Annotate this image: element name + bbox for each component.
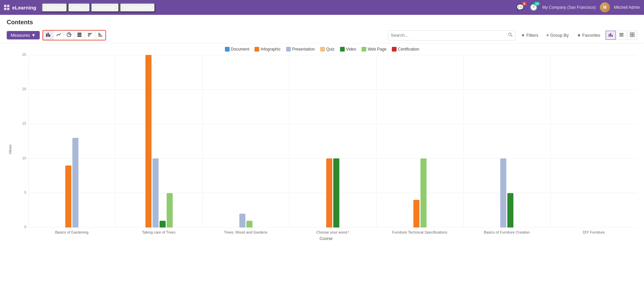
- line-chart-button[interactable]: [54, 31, 64, 40]
- legend-color: [286, 47, 291, 52]
- pie-chart-icon: [67, 32, 71, 37]
- svg-rect-11: [88, 33, 92, 34]
- favorites-button[interactable]: ★ Favorites: [574, 31, 603, 39]
- svg-rect-25: [630, 35, 632, 37]
- search-input[interactable]: [388, 31, 505, 39]
- list-view-button[interactable]: [616, 31, 626, 40]
- course-bar-group: [289, 55, 376, 228]
- bar-presentation[interactable]: [239, 214, 245, 228]
- svg-rect-12: [98, 33, 100, 34]
- x-axis-label: Taking care of Trees: [115, 229, 202, 236]
- topnav-menu-item-courses[interactable]: Courses: [42, 3, 67, 12]
- filters-button[interactable]: ▼ Filters: [518, 31, 541, 39]
- course-bar-group: [28, 55, 115, 228]
- chart-plot: 2520151050: [15, 55, 637, 228]
- bar-video[interactable]: [333, 158, 339, 228]
- bar-video[interactable]: [160, 221, 166, 228]
- bar-presentation[interactable]: [72, 138, 78, 228]
- topnav-menu-item-forum[interactable]: Forum: [68, 3, 90, 12]
- bar-infographic[interactable]: [326, 158, 332, 228]
- topnav-menu-item-reporting[interactable]: Reporting: [91, 3, 119, 12]
- legend-item-document: Document: [225, 47, 249, 52]
- legend-label: Web Page: [368, 47, 386, 52]
- stacked-button[interactable]: [74, 31, 85, 40]
- search-button[interactable]: [505, 31, 515, 39]
- x-axis-title: Course: [15, 236, 637, 244]
- x-axis-label: Basics of Gardening: [28, 229, 115, 236]
- dropdown-arrow-icon: ▼: [31, 33, 36, 38]
- chart-view-icon: [608, 32, 613, 37]
- bar-web-page[interactable]: [420, 158, 427, 228]
- legend-label: Video: [346, 47, 356, 52]
- groupby-button[interactable]: ≡ Group By: [544, 31, 572, 39]
- svg-rect-22: [619, 36, 623, 36]
- star-icon: ★: [577, 33, 581, 38]
- bar-infographic[interactable]: [65, 165, 71, 228]
- x-axis: Basics of GardeningTaking care of TreesT…: [15, 229, 637, 236]
- groupby-icon: ≡: [546, 33, 549, 38]
- groupby-label: Group By: [550, 33, 569, 38]
- bar-chart-button[interactable]: [43, 31, 54, 40]
- grid-icon: [4, 5, 9, 10]
- stacked-icon: [77, 32, 82, 37]
- svg-rect-19: [612, 35, 613, 37]
- legend-color: [255, 47, 259, 52]
- app-logo[interactable]: eLearning: [4, 5, 36, 10]
- svg-rect-20: [619, 33, 623, 34]
- svg-rect-8: [77, 36, 81, 37]
- activity-icon-button[interactable]: 🕐 24: [529, 3, 538, 12]
- measures-button[interactable]: Measures ▼: [7, 31, 40, 39]
- svg-rect-23: [630, 33, 632, 34]
- grid-view-icon: [630, 32, 635, 37]
- svg-point-15: [508, 33, 511, 36]
- descending-sort-button[interactable]: [95, 31, 105, 40]
- username: Mitchell Admin: [614, 5, 640, 10]
- svg-rect-26: [633, 35, 634, 37]
- favorites-label: Favorites: [582, 33, 600, 38]
- svg-line-16: [511, 35, 512, 37]
- x-axis-label: Choose your wood !: [289, 229, 376, 236]
- bar-video[interactable]: [507, 193, 513, 228]
- bar-presentation[interactable]: [500, 158, 506, 228]
- y-tick-label: 15: [15, 121, 26, 125]
- line-chart-icon: [56, 32, 61, 37]
- chart-view-button[interactable]: [606, 31, 616, 40]
- messages-icon-button[interactable]: 💬 5: [515, 3, 525, 12]
- bar-web-page[interactable]: [246, 221, 252, 228]
- messages-badge: 5: [522, 2, 527, 6]
- activity-badge: 24: [534, 2, 540, 6]
- x-axis-label: Basics of Furniture Creation: [463, 229, 550, 236]
- svg-rect-6: [77, 33, 81, 34]
- chart-container: DocumentInfographicPresentationQuizVideo…: [0, 43, 644, 244]
- topnav-menu-item-configuration[interactable]: Configuration: [120, 3, 155, 12]
- legend-color: [320, 47, 325, 52]
- course-bar-group: [376, 55, 463, 228]
- svg-rect-17: [609, 34, 610, 37]
- svg-rect-2: [49, 34, 50, 37]
- svg-rect-21: [619, 34, 623, 35]
- svg-rect-10: [88, 34, 91, 35]
- course-bar-group: [115, 55, 202, 228]
- legend-item-web-page: Web Page: [362, 47, 386, 52]
- svg-rect-18: [610, 33, 611, 37]
- bar-infographic[interactable]: [145, 55, 151, 228]
- user-avatar[interactable]: M: [600, 2, 610, 12]
- ascending-sort-button[interactable]: [85, 31, 95, 40]
- grid-view-button[interactable]: [627, 31, 637, 40]
- bar-web-page[interactable]: [167, 193, 173, 228]
- svg-rect-7: [77, 34, 81, 35]
- legend-color: [340, 47, 345, 52]
- y-tick-label: 0: [15, 225, 26, 229]
- y-tick-label: 20: [15, 87, 26, 91]
- legend-item-presentation: Presentation: [286, 47, 315, 52]
- svg-rect-14: [98, 36, 102, 36]
- bar-infographic[interactable]: [413, 200, 419, 228]
- pie-chart-button[interactable]: [64, 31, 74, 40]
- page-title: Contents: [0, 15, 644, 29]
- legend-color: [392, 47, 397, 52]
- svg-rect-1: [47, 33, 48, 37]
- x-axis-label: Trees, Wood and Gardens: [202, 229, 289, 236]
- top-menu: CoursesForumReportingConfiguration: [42, 3, 515, 12]
- svg-rect-13: [98, 34, 101, 35]
- bar-presentation[interactable]: [152, 158, 159, 228]
